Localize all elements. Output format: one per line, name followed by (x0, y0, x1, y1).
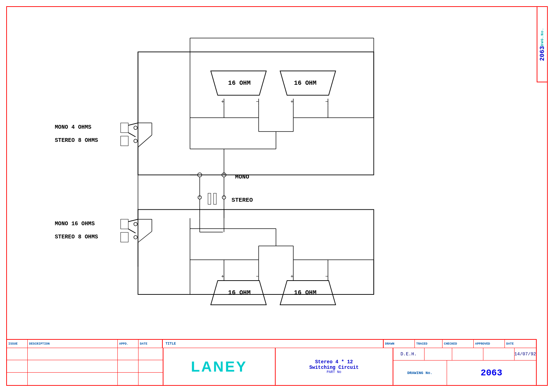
svg-text:STEREO  8 OHMS: STEREO 8 OHMS (55, 137, 98, 144)
svg-point-37 (134, 139, 137, 143)
traced-header: TRACED (416, 342, 427, 346)
svg-text:−: − (325, 99, 328, 104)
svg-line-40 (138, 135, 152, 147)
approved-header: APPROVED (475, 342, 490, 346)
svg-line-99 (128, 229, 135, 233)
svg-rect-12 (138, 52, 374, 175)
laney-logo: LANEY (191, 358, 247, 375)
svg-point-97 (134, 236, 137, 239)
title-part-no: PART No (327, 370, 341, 374)
title-block: ISSUE DESCRIPTION APPD. DATE TITLE DRAWN… (6, 339, 537, 386)
drawn-value: D.E.H. (401, 352, 417, 357)
svg-text:+: + (221, 274, 224, 279)
dwg-number: 2063 (539, 46, 546, 61)
svg-rect-58 (138, 210, 374, 294)
svg-point-95 (134, 222, 137, 226)
svg-text:MONO: MONO (235, 174, 249, 180)
svg-rect-32 (120, 123, 128, 133)
title-header: TITLE (166, 342, 176, 346)
page: DWG.No. 2063 text { font-family: 'Courie… (0, 0, 554, 392)
svg-line-34 (128, 123, 138, 125)
title-main-line1: Stereo 4 * 12 (315, 359, 353, 365)
svg-text:−: − (325, 274, 328, 279)
svg-text:STEREO  8 OHMS: STEREO 8 OHMS (55, 234, 98, 240)
svg-line-98 (128, 219, 138, 222)
svg-text:+: + (221, 99, 224, 104)
svg-rect-53 (208, 193, 211, 204)
svg-line-35 (128, 133, 135, 137)
drawn-header: DRAWN (385, 342, 394, 346)
svg-text:16  OHM: 16 OHM (228, 80, 251, 86)
svg-text:+: + (291, 274, 293, 279)
svg-rect-36 (120, 136, 128, 146)
svg-text:16  OHM: 16 OHM (294, 80, 316, 86)
circuit-svg: text { font-family: 'Courier New', monos… (6, 6, 537, 340)
dwg-tab: DWG.No. 2063 (537, 6, 548, 82)
checked-header: CHECKED (444, 342, 457, 346)
svg-text:−: − (256, 274, 259, 279)
svg-text:+: + (291, 99, 293, 104)
svg-text:MONO  4 OHMS: MONO 4 OHMS (55, 124, 91, 130)
svg-line-102 (138, 231, 152, 243)
issue-header: ISSUE (8, 342, 18, 346)
svg-text:STEREO: STEREO (232, 197, 253, 203)
appd-header: APPD. (119, 342, 128, 346)
date-value: 14/07/92 (515, 352, 536, 357)
drawing-area: text { font-family: 'Courier New', monos… (6, 6, 537, 340)
svg-text:16  OHM: 16 OHM (294, 289, 316, 296)
description-header: DESCRIPTION (29, 342, 50, 346)
title-main-line2: Switching Circuit (309, 365, 359, 370)
svg-text:−: − (256, 99, 259, 104)
svg-text:MONO  16 OHMS: MONO 16 OHMS (55, 221, 95, 227)
svg-rect-54 (214, 193, 216, 204)
svg-point-33 (134, 126, 137, 129)
drawing-no-label: DRAWING No. (407, 371, 432, 375)
svg-text:16  OHM: 16 OHM (228, 289, 251, 296)
date-header-left: DATE (140, 342, 148, 346)
drawing-no-value: 2063 (481, 368, 502, 378)
dwg-label: DWG.No. (540, 28, 544, 46)
svg-rect-96 (120, 233, 128, 242)
svg-rect-94 (120, 219, 128, 229)
date-right-header: DATE (506, 342, 514, 346)
